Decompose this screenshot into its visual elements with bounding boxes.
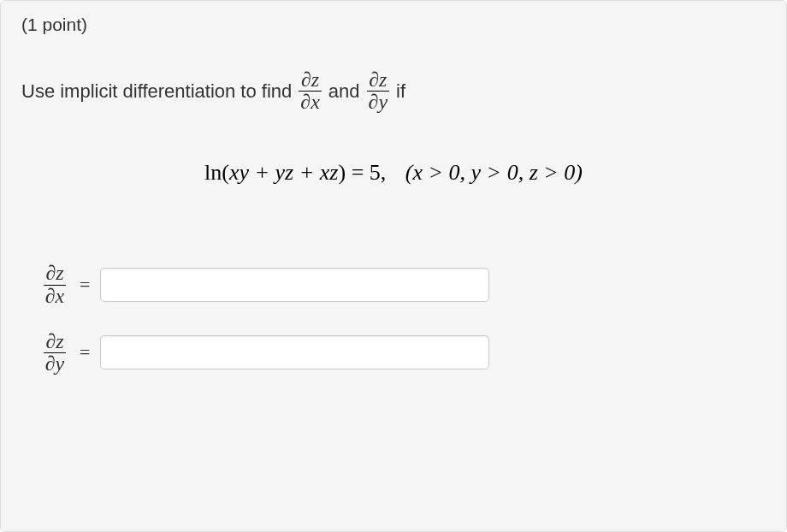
fraction-denominator: ∂x xyxy=(44,285,67,307)
equals-sign: = xyxy=(80,341,90,364)
fraction-numerator: ∂z xyxy=(44,263,65,284)
fraction-numerator: ∂z xyxy=(367,69,388,91)
fraction-denominator: ∂x xyxy=(299,91,322,113)
fraction-numerator: ∂z xyxy=(299,69,321,91)
answer-label-dz-dy: ∂z ∂y xyxy=(42,331,68,375)
fraction-denominator: ∂y xyxy=(44,352,67,375)
answer-row-dz-dy: ∂z ∂y = xyxy=(40,331,766,375)
eq-condition: (x > 0, y > 0, z > 0) xyxy=(405,160,583,185)
fraction-denominator: ∂y xyxy=(367,91,390,113)
problem-panel: (1 point) Use implicit differentiation t… xyxy=(0,0,787,532)
eq-argument: xy + yz + xz xyxy=(229,160,339,185)
answer-label-dz-dx: ∂z ∂x xyxy=(42,263,68,306)
answer-input-dz-dy[interactable] xyxy=(100,335,489,369)
equation-display: ln(xy + yz + xz) = 5, (x > 0, y > 0, z >… xyxy=(21,160,766,186)
prompt-mid: and xyxy=(328,80,360,103)
eq-rhs: 5 xyxy=(370,160,381,185)
fraction-dz-dx: ∂z ∂x xyxy=(299,69,322,113)
fraction-numerator: ∂z xyxy=(44,331,65,352)
points-label: (1 point) xyxy=(21,15,766,35)
prompt-post: if xyxy=(396,80,405,103)
answer-input-dz-dx[interactable] xyxy=(100,268,489,302)
fraction-dz-dy: ∂z ∂y xyxy=(367,69,390,113)
prompt-line: Use implicit differentiation to find ∂z … xyxy=(21,69,766,113)
prompt-pre: Use implicit differentiation to find xyxy=(21,80,292,103)
equals-sign: = xyxy=(80,274,90,296)
answer-row-dz-dx: ∂z ∂x = xyxy=(40,263,766,306)
eq-function: ln xyxy=(204,160,222,185)
